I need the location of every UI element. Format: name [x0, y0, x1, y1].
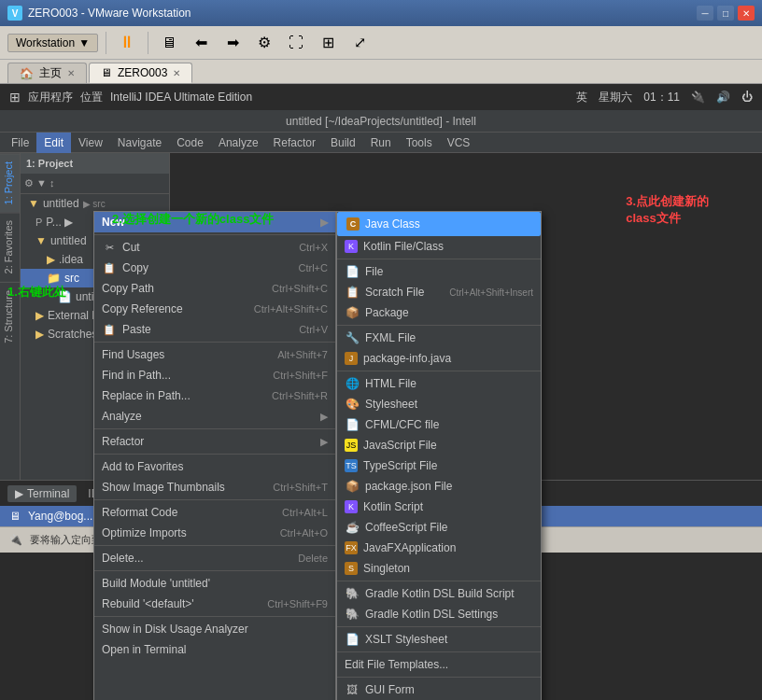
coffee-label: CoffeeScript File — [365, 521, 447, 534]
restore-button[interactable]: ⬅ — [188, 30, 214, 56]
ctx-add-favorites[interactable]: Add to Favorites — [94, 456, 335, 477]
menu-refactor[interactable]: Refactor — [266, 133, 323, 153]
sub-package[interactable]: 📦 Package — [337, 302, 541, 323]
maximize-button[interactable]: □ — [717, 6, 734, 21]
menu-view[interactable]: View — [71, 133, 110, 153]
pause-button[interactable]: ⏸ — [114, 30, 140, 56]
fullscreen-button[interactable]: ⛶ — [283, 30, 309, 56]
sub-kotlin-script[interactable]: K Kotlin Script — [337, 497, 541, 517]
sidebar-tab-favorites[interactable]: 2: Favorites — [0, 212, 20, 281]
tab-bar: 🏠 主页 ✕ 🖥 ZERO003 ✕ — [0, 60, 762, 84]
add-fav-label: Add to Favorites — [102, 460, 183, 473]
menu-vcs[interactable]: VCS — [440, 133, 478, 153]
ctx-copy-ref[interactable]: Copy Reference Ctrl+Alt+Shift+C — [94, 299, 335, 319]
ctx-analyze[interactable]: Analyze ▶ — [94, 406, 335, 427]
disk-usage-label: Show in Disk Usage Analyzer — [102, 623, 248, 636]
sub-xslt[interactable]: 📄 XSLT Stylesheet — [337, 629, 541, 650]
ctx-sep-1 — [94, 234, 335, 235]
expand-button[interactable]: ⤢ — [346, 30, 373, 56]
cfml-label: CFML/CFC file — [365, 418, 439, 431]
kotlin-script-icon: K — [345, 500, 358, 513]
terminal-tab[interactable]: ▶ Terminal — [7, 485, 77, 502]
menu-build[interactable]: Build — [323, 133, 363, 153]
snapshot-button[interactable]: 🖥 — [156, 30, 182, 56]
java-class-highlight: C Java Class — [337, 212, 541, 236]
vm-icon: 🖥 — [101, 66, 112, 79]
close-button[interactable]: ✕ — [738, 6, 755, 21]
ctx-optimize[interactable]: Optimize Imports Ctrl+Alt+O — [94, 523, 335, 543]
position-label[interactable]: 位置 — [80, 90, 103, 105]
sub-gradle-build[interactable]: 🐘 Gradle Kotlin DSL Build Script — [337, 583, 541, 604]
send-button[interactable]: ➡ — [219, 30, 246, 56]
sub-pkg-json[interactable]: 📦 package.json File — [337, 476, 541, 497]
home-icon: 🏠 — [20, 67, 34, 80]
ctx-copy[interactable]: 📋 Copy Ctrl+C — [94, 258, 335, 278]
ctx-cut[interactable]: ✂ Cut Ctrl+X — [94, 237, 335, 258]
menu-analyze[interactable]: Analyze — [211, 133, 266, 153]
tab-vm[interactable]: 🖥 ZERO003 ✕ — [89, 63, 192, 83]
menu-navigate[interactable]: Navigate — [110, 133, 169, 153]
cut-shortcut: Ctrl+X — [299, 242, 328, 253]
menu-edit[interactable]: Edit — [36, 133, 71, 153]
fxml-label: FXML File — [365, 331, 416, 344]
menu-file[interactable]: File — [4, 133, 36, 153]
workstation-menu[interactable]: Workstation ▼ — [7, 34, 98, 52]
js-label: JavaScript File — [363, 439, 437, 452]
sub-cfml[interactable]: 📄 CFML/CFC file — [337, 414, 541, 435]
sub-gradle-settings[interactable]: 🐘 Gradle Kotlin DSL Settings — [337, 604, 541, 624]
sidebar-tab-project[interactable]: 1: Project — [0, 153, 20, 212]
sub-js[interactable]: JS JavaScript File — [337, 435, 541, 455]
sub-sep-5 — [337, 626, 541, 627]
ctx-paste[interactable]: 📋 Paste Ctrl+V — [94, 319, 335, 340]
ctx-replace-path[interactable]: Replace in Path... Ctrl+Shift+R — [94, 385, 335, 406]
analyze-label: Analyze — [102, 410, 142, 423]
sub-html[interactable]: 🌐 HTML File — [337, 373, 541, 394]
ctx-find-path[interactable]: Find in Path... Ctrl+Shift+F — [94, 365, 335, 385]
tab-home[interactable]: 🏠 主页 ✕ — [7, 63, 87, 83]
sub-javafx[interactable]: FX JavaFXApplication — [337, 538, 541, 558]
javafx-label: JavaFXApplication — [363, 541, 456, 554]
minimize-button[interactable]: ─ — [697, 6, 713, 21]
sub-java-class[interactable]: C Java Class — [339, 214, 539, 234]
menu-tools[interactable]: Tools — [399, 133, 440, 153]
vm-close[interactable]: ✕ — [173, 68, 180, 78]
menu-run[interactable]: Run — [363, 133, 399, 153]
ctx-disk-usage[interactable]: Show in Disk Usage Analyzer — [94, 619, 335, 639]
apps-label[interactable]: 应用程序 — [28, 90, 73, 105]
ctx-refactor[interactable]: Refactor ▶ — [94, 431, 335, 452]
ctx-reformat[interactable]: Reformat Code Ctrl+Alt+L — [94, 502, 335, 523]
delete-label: Delete... — [102, 552, 144, 565]
fit-button[interactable]: ⊞ — [315, 30, 341, 56]
sub-coffee[interactable]: ☕ CoffeeScript File — [337, 517, 541, 538]
kotlin-file-label: Kotlin File/Class — [363, 240, 444, 253]
scratch-label: Scratch File — [365, 286, 424, 299]
sub-gui-form[interactable]: 🖼 GUI Form — [337, 679, 541, 700]
ctx-show-thumbnails[interactable]: Show Image Thumbnails Ctrl+Shift+T — [94, 477, 335, 497]
gradle-build-label: Gradle Kotlin DSL Build Script — [365, 587, 515, 600]
ctx-rebuild[interactable]: Rebuild '<default>' Ctrl+Shift+F9 — [94, 594, 335, 614]
ctx-open-terminal[interactable]: Open in Terminal — [94, 639, 335, 660]
cut-label: Cut — [122, 241, 140, 254]
sub-kotlin-file[interactable]: K Kotlin File/Class — [337, 236, 541, 257]
copy-icon: 📋 — [102, 260, 117, 275]
tree-root-project[interactable]: ▼ untitled ▶ src — [21, 194, 169, 213]
ctx-copy-path[interactable]: Copy Path Ctrl+Shift+C — [94, 278, 335, 299]
home-close[interactable]: ✕ — [67, 68, 75, 78]
menu-code[interactable]: Code — [169, 133, 211, 153]
sub-edit-templates[interactable]: Edit File Templates... — [337, 654, 541, 675]
sub-pkg-info[interactable]: J package-info.java — [337, 348, 541, 369]
sub-stylesheet[interactable]: 🎨 Stylesheet — [337, 394, 541, 414]
sub-file[interactable]: 📄 File — [337, 261, 541, 282]
ctx-build-module[interactable]: Build Module 'untitled' — [94, 573, 335, 594]
ctx-find-usages[interactable]: Find Usages Alt+Shift+7 — [94, 344, 335, 365]
sub-fxml[interactable]: 🔧 FXML File — [337, 328, 541, 348]
src-label: src — [64, 272, 79, 285]
sub-singleton[interactable]: S Singleton — [337, 558, 541, 579]
fxml-icon: 🔧 — [345, 330, 360, 345]
vm-settings-button[interactable]: ⚙ — [251, 30, 277, 56]
sub-ts[interactable]: TS TypeScript File — [337, 455, 541, 476]
ctx-delete[interactable]: Delete... Delete — [94, 548, 335, 568]
sub-scratch[interactable]: 📋 Scratch File Ctrl+Alt+Shift+Insert — [337, 282, 541, 302]
ctx-new[interactable]: New ▶ — [94, 212, 335, 232]
sidebar-tab-structure[interactable]: 7: Structure — [0, 282, 20, 351]
